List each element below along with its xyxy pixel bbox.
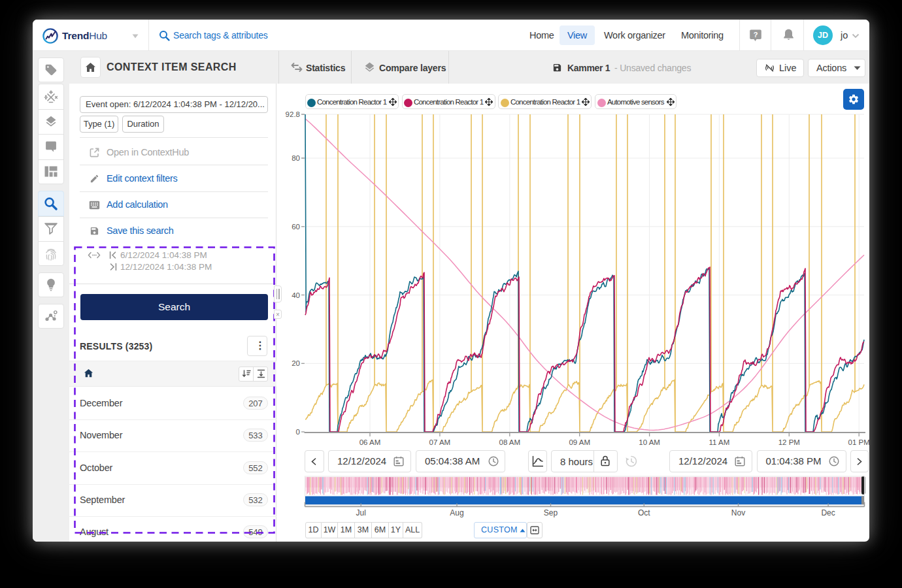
svg-text:11 AM: 11 AM (709, 438, 730, 446)
svg-text:Jul: Jul (356, 508, 366, 517)
svg-text:09 AM: 09 AM (569, 438, 590, 446)
svg-text:20: 20 (292, 359, 300, 367)
svg-text:10 AM: 10 AM (639, 438, 660, 446)
svg-text:Dec: Dec (821, 508, 835, 517)
svg-text:01 PM: 01 PM (848, 438, 869, 446)
svg-text:0: 0 (296, 428, 300, 436)
svg-text:06 AM: 06 AM (359, 438, 381, 446)
svg-text:?: ? (754, 31, 758, 39)
svg-text:12 PM: 12 PM (778, 438, 800, 446)
svg-text:92.8: 92.8 (286, 110, 300, 118)
svg-text:40: 40 (292, 291, 300, 299)
svg-text:60: 60 (292, 223, 300, 231)
svg-text:Aug: Aug (450, 508, 463, 517)
svg-text:Oct: Oct (638, 508, 650, 517)
svg-text:80: 80 (292, 154, 300, 162)
svg-text:08 AM: 08 AM (499, 438, 520, 446)
svg-text:Sep: Sep (544, 508, 558, 517)
svg-text:07 AM: 07 AM (429, 438, 451, 446)
svg-text:Nov: Nov (731, 508, 745, 517)
